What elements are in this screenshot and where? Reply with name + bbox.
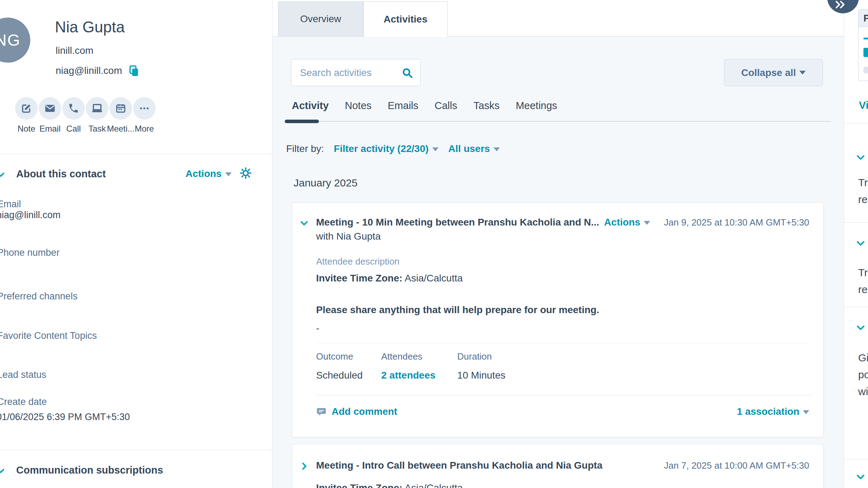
- email-label: Email: [39, 124, 61, 134]
- right-panel-divider: [844, 307, 868, 307]
- right-panel-card-button[interactable]: [863, 48, 868, 57]
- quick-actions: Note Email Call: [0, 95, 272, 141]
- right-panel-text: rec: [858, 194, 868, 205]
- right-panel-text: Tro: [858, 267, 868, 279]
- meeting-title[interactable]: Meeting - Intro Call between Pranshu Kac…: [316, 458, 603, 473]
- duration-value: 10 Minutes: [457, 370, 505, 381]
- outcome-label: Outcome: [316, 351, 381, 362]
- meeting-card: Meeting - 10 Min Meeting between Pranshu…: [292, 202, 824, 437]
- meeting-timestamp: Jan 9, 2025 at 10:30 AM GMT+5:30: [653, 217, 809, 228]
- field-label-favorite-topics: Favorite Content Topics: [0, 330, 97, 341]
- meeting-meta-values: Scheduled 2 attendees 10 Minutes: [316, 362, 809, 381]
- sidebar-divider: [0, 154, 272, 154]
- contact-sidebar: NG Nia Gupta linill.com niag@linill.com: [0, 0, 272, 488]
- caret-icon: [493, 147, 500, 151]
- note-button[interactable]: [15, 97, 38, 120]
- search-activities-input[interactable]: [300, 67, 401, 78]
- outcome-value: Scheduled: [316, 370, 381, 381]
- timeline-month-header: January 2025: [294, 177, 358, 189]
- more-icon: [139, 103, 150, 114]
- tab-overview[interactable]: Overview: [278, 1, 363, 37]
- right-panel-text: rec: [858, 284, 868, 296]
- caret-icon: [225, 172, 232, 176]
- about-actions-dropdown[interactable]: Actions: [185, 168, 232, 179]
- field-value-create-date: 01/06/2025 6:39 PM GMT+5:30: [0, 412, 130, 423]
- add-comment-button[interactable]: Add comment: [316, 406, 397, 417]
- contact-email-row: niag@linill.com: [56, 65, 139, 77]
- tab-calls[interactable]: Calls: [435, 100, 457, 112]
- chevron-down-icon[interactable]: [855, 471, 866, 482]
- right-panel-divider: [844, 123, 868, 123]
- attendees-link[interactable]: 2 attendees: [381, 370, 457, 381]
- about-collapse-chevron-icon[interactable]: [0, 170, 6, 179]
- caret-icon: [799, 71, 806, 75]
- tab-meetings[interactable]: Meetings: [516, 100, 557, 112]
- task-label: Task: [88, 124, 106, 134]
- more-label: More: [135, 124, 154, 134]
- field-label-lead-status: Lead status: [0, 369, 46, 380]
- tab-emails[interactable]: Emails: [388, 100, 419, 112]
- contact-name: Nia Gupta: [55, 18, 125, 36]
- right-panel-text: wi: [858, 386, 868, 398]
- meeting-label: Meeti...: [107, 124, 135, 134]
- note-label: Note: [18, 124, 36, 134]
- prep-note: Please share anything that will help pre…: [316, 304, 809, 316]
- right-panel-text: Tro: [858, 177, 868, 189]
- email-button[interactable]: [39, 97, 61, 120]
- all-users-dropdown[interactable]: All users: [448, 143, 500, 154]
- right-panel-card-dash: [863, 38, 868, 39]
- field-label-create-date: Create date: [0, 397, 47, 407]
- invitee-timezone-line: Invitee Time Zone: Asia/Calcutta: [316, 273, 809, 284]
- search-activities-box: [291, 59, 421, 86]
- communication-collapse-chevron-icon[interactable]: [0, 466, 6, 476]
- task-button[interactable]: [86, 97, 108, 120]
- avatar: NG: [0, 18, 30, 63]
- copy-icon[interactable]: [128, 65, 139, 77]
- meeting-subtitle: with Nia Gupta: [316, 229, 809, 243]
- active-tab-indicator: [285, 120, 319, 123]
- gear-icon[interactable]: [239, 167, 252, 179]
- contact-email: niag@linill.com: [56, 65, 122, 76]
- call-label: Call: [66, 124, 81, 134]
- right-panel-divider: [844, 222, 868, 223]
- duration-label: Duration: [457, 351, 492, 362]
- contact-company: linill.com: [56, 45, 93, 56]
- chevron-down-icon[interactable]: [855, 238, 866, 248]
- call-button[interactable]: [62, 97, 85, 120]
- chevron-down-icon[interactable]: [855, 322, 866, 333]
- right-panel-text: Gi: [858, 352, 868, 364]
- activity-tabs-divider: [284, 121, 831, 122]
- meeting-title[interactable]: Meeting - 10 Min Meeting between Pranshu…: [316, 215, 599, 229]
- caret-icon: [644, 221, 650, 225]
- filter-row: Filter by: Filter activity (22/30) All u…: [286, 143, 500, 154]
- tab-activity[interactable]: Activity: [292, 100, 329, 112]
- tab-notes[interactable]: Notes: [345, 100, 372, 112]
- meeting-button[interactable]: [109, 97, 132, 120]
- filter-activity-dropdown[interactable]: Filter activity (22/30): [334, 143, 438, 154]
- tab-activities[interactable]: Activities: [363, 1, 448, 37]
- task-icon: [92, 103, 103, 114]
- caret-icon: [432, 147, 439, 151]
- tab-tasks[interactable]: Tasks: [473, 100, 499, 112]
- activity-type-tabs: Activity Notes Emails Calls Tasks Meetin…: [292, 100, 557, 112]
- right-panel-card-field: [863, 67, 868, 73]
- right-panel-card: P: [858, 9, 868, 81]
- chevron-down-icon[interactable]: [855, 152, 866, 163]
- caret-icon: [803, 410, 809, 414]
- card-divider: [316, 395, 812, 395]
- attendee-description-label: Attendee description: [316, 256, 809, 267]
- associations-dropdown[interactable]: 1 association: [737, 406, 809, 417]
- attendees-label: Attendees: [381, 351, 457, 362]
- more-button[interactable]: [133, 97, 156, 120]
- main-panel: Overview Activities Collapse all Activit…: [272, 0, 844, 488]
- communication-section-title: Communication subscriptions: [16, 464, 163, 476]
- right-panel-view-link[interactable]: Vi: [859, 99, 868, 111]
- search-icon[interactable]: [401, 67, 413, 79]
- field-label-preferred-channels: Preferred channels: [0, 291, 77, 302]
- email-icon: [44, 102, 56, 114]
- double-chevron-right-icon[interactable]: [833, 0, 847, 10]
- collapse-all-button[interactable]: Collapse all: [724, 59, 823, 86]
- meeting-icon: [115, 103, 126, 114]
- meeting-actions-dropdown[interactable]: Actions: [604, 217, 650, 228]
- field-label-phone: Phone number: [0, 247, 59, 258]
